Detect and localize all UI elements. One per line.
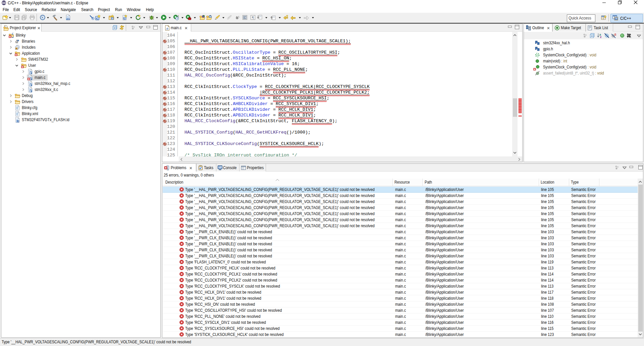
svg-text:C: C <box>615 18 617 20</box>
svg-text:S: S <box>614 33 616 36</box>
svg-text:¶: ¶ <box>252 15 254 19</box>
svg-text:010: 010 <box>66 17 70 20</box>
svg-text:.c: .c <box>166 27 168 30</box>
svg-text:C: C <box>111 17 113 20</box>
svg-text:z: z <box>600 35 601 38</box>
svg-text:C: C <box>124 17 125 20</box>
